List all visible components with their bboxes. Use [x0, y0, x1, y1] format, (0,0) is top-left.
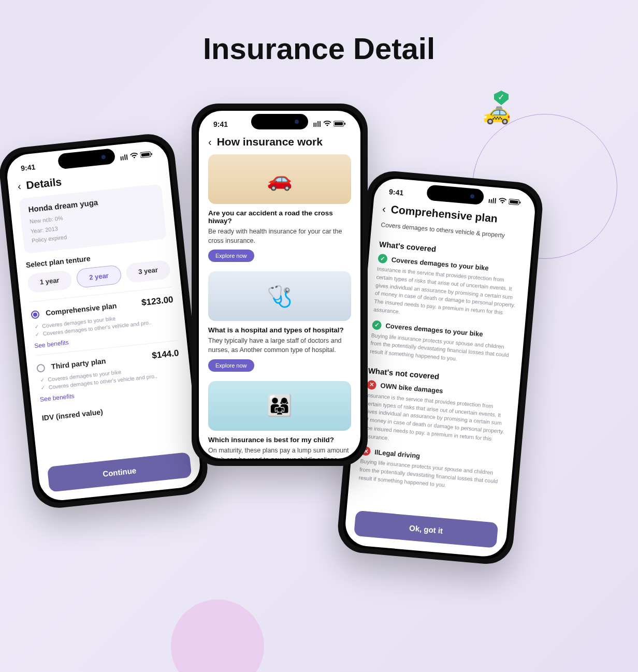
decor-circle: [171, 600, 264, 672]
article-body: On maturity, these plans pay a lump sum …: [208, 446, 351, 459]
status-icons: ııll: [120, 150, 153, 162]
status-time: 9:41: [213, 120, 228, 128]
article-image: 🚗: [208, 154, 351, 204]
svg-rect-1: [141, 153, 150, 157]
back-icon[interactable]: ‹: [208, 136, 212, 148]
battery-icon: [334, 120, 346, 128]
article-card[interactable]: 👨‍👩‍👧 Which insurance is best for my chi…: [208, 381, 351, 459]
battery-icon: [140, 150, 153, 159]
phone-notch: [251, 114, 308, 129]
svg-rect-7: [510, 200, 518, 204]
svg-rect-5: [344, 123, 345, 125]
covered-item: ✓ Coveres demages to your bike Buying li…: [370, 320, 515, 368]
check-circle-icon: ✓: [378, 254, 388, 264]
article-card[interactable]: 🚗 Are you car accident a road the cross …: [208, 154, 351, 262]
status-time: 9:41: [20, 163, 36, 172]
phone-details: 9:41 ııll ‹ Details Honda dream yuga New…: [0, 132, 210, 510]
article-image: 👨‍👩‍👧: [208, 381, 351, 431]
article-body: Be ready with health insurance for your …: [208, 227, 351, 245]
covered-body: Insurance is the service that provides p…: [373, 265, 520, 326]
article-card[interactable]: 🩺 What is a hospital and types of hospit…: [208, 271, 351, 371]
car-icon: 🚕: [483, 98, 511, 125]
radio-icon[interactable]: [31, 310, 40, 319]
see-benefits-link[interactable]: See benefits: [34, 339, 69, 349]
svg-rect-4: [335, 122, 343, 125]
page-title: Insurance Detail: [0, 31, 638, 66]
x-circle-icon: ✕: [367, 380, 377, 390]
article-title: Which insurance is best for my child?: [208, 436, 351, 444]
explore-button[interactable]: Explore now: [208, 359, 254, 372]
vehicle-card: Honda dream yuga New ncb: 0% Year: 2013 …: [19, 184, 167, 254]
ok-button[interactable]: Ok, got it: [354, 510, 498, 548]
notcovered-item: ✕ IlLegal driving Buying life insurance …: [358, 446, 504, 494]
status-icons: ııll: [488, 196, 521, 207]
back-icon[interactable]: ‹: [17, 180, 22, 193]
continue-button[interactable]: Continue: [47, 452, 192, 492]
see-benefits-link[interactable]: See benefits: [39, 392, 75, 403]
phone-articles: 9:41 ııll ‹ How insurance work 🚗 Are you…: [192, 104, 368, 466]
signal-icon: ııll: [313, 120, 321, 128]
battery-icon: [509, 198, 521, 207]
svg-rect-2: [151, 153, 152, 155]
svg-rect-8: [519, 201, 520, 203]
wifi-icon: [498, 197, 507, 206]
article-title: What is a hospital and types of hospital…: [208, 326, 351, 334]
check-circle-icon: ✓: [372, 320, 382, 330]
notcovered-body: Insurance is the service that provides p…: [362, 391, 509, 452]
signal-icon: ııll: [488, 196, 497, 205]
explore-button[interactable]: Explore now: [208, 250, 254, 262]
check-icon: ✓: [40, 385, 46, 391]
check-icon: ✓: [34, 323, 39, 330]
check-icon: ✓: [35, 331, 40, 338]
covered-item: ✓ Coveres demages to your bike Insurance…: [373, 254, 521, 326]
radio-icon[interactable]: [36, 363, 46, 373]
tenure-1year[interactable]: 1 year: [27, 270, 72, 294]
plan-price: $123.00: [141, 295, 173, 308]
tenure-2year[interactable]: 2 year: [76, 265, 122, 288]
status-icons: ııll: [313, 120, 346, 128]
tenure-3year[interactable]: 3 year: [125, 259, 171, 283]
article-image: 🩺: [208, 271, 351, 321]
plan-name: Comprehensive plan: [45, 301, 117, 317]
article-title: Are you car accident a road the cross hi…: [208, 209, 351, 225]
plan-name: Third party plan: [51, 357, 106, 371]
screen-title: How insurance work: [217, 136, 323, 148]
status-time: 9:41: [389, 187, 404, 197]
plan-price: $144.0: [152, 348, 180, 361]
notcovered-item: ✕ OWN bike damages Insurance is the serv…: [362, 380, 510, 452]
wifi-icon: [129, 152, 139, 161]
wifi-icon: [323, 120, 331, 128]
notcovered-title: IlLegal driving: [374, 448, 421, 460]
back-icon[interactable]: ‹: [382, 203, 386, 215]
signal-icon: ııll: [120, 153, 128, 162]
article-body: They typically have a large staff of doc…: [208, 336, 351, 355]
check-icon: ✓: [40, 377, 45, 384]
